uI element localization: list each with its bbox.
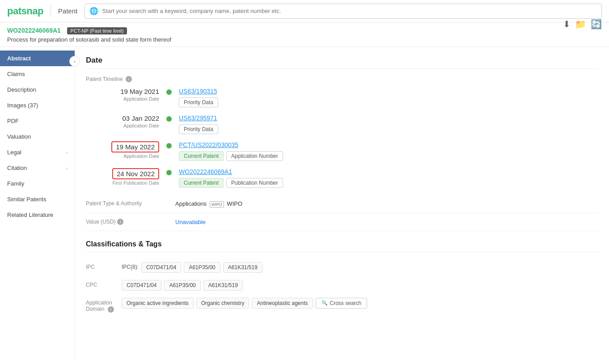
timeline-link-2[interactable]: PCT/US2022/030035: [179, 141, 598, 148]
sidebar-item-related-literature[interactable]: Related Literature: [0, 207, 75, 223]
domain-label: Application Domain i: [86, 298, 122, 313]
sidebar-chevron-icon: ›: [66, 165, 68, 171]
domain-row: Application Domain i Organic active ingr…: [86, 294, 598, 316]
domain-tag-0[interactable]: Organic active ingredients: [122, 298, 194, 309]
sidebar-item-abstract[interactable]: Abstract: [0, 51, 75, 66]
patent-type-label: Patent Type & Authority: [86, 200, 175, 207]
timeline-date-block-2: 19 May 2022Application Date: [86, 141, 166, 159]
ipc-tag-2[interactable]: A61K31/519: [223, 262, 262, 273]
cross-search-label: Cross search: [330, 300, 362, 306]
sidebar-item-label: Family: [7, 180, 24, 187]
domain-tags: Organic active ingredients Organic chemi…: [122, 298, 367, 309]
cross-search-button[interactable]: 🔍 Cross search: [316, 298, 368, 309]
classifications-section: Classifications & Tags IPC IPC(8): C07D4…: [86, 240, 598, 316]
cpc-tag-2[interactable]: A61K31/519: [203, 280, 243, 291]
patent-type-value: Applications WIPO WIPO: [175, 200, 598, 207]
classifications-title: Classifications & Tags: [86, 240, 598, 252]
sidebar-item-claims[interactable]: Claims: [0, 66, 75, 82]
patent-id[interactable]: WO2022246069A1: [7, 27, 61, 34]
timeline-sublabel-2: Application Date: [86, 153, 159, 159]
timeline-sublabel-1: Application Date: [86, 123, 159, 128]
timeline-content-1: US63/295971Priority Data: [172, 114, 598, 134]
ipc-tag-0[interactable]: C07D471/04: [141, 262, 181, 273]
timeline-tag-0-0[interactable]: Priority Data: [179, 97, 218, 107]
sidebar-item-pdf[interactable]: PDF: [0, 113, 75, 129]
sidebar-item-legal[interactable]: Legal›: [0, 144, 75, 160]
timeline-link-0[interactable]: US63/190315: [179, 88, 598, 95]
search-bar: 🌐: [85, 4, 602, 19]
sidebar-item-label: Abstract: [7, 55, 31, 62]
download-pdf-icon[interactable]: ⬇: [563, 19, 571, 30]
timeline-tags-1: Priority Data: [179, 124, 598, 134]
sidebar: ‹ AbstractClaimsDescriptionImages (37)PD…: [0, 47, 75, 362]
sidebar-item-label: PDF: [7, 118, 19, 124]
ipc-tags: IPC(8): C07D471/04 A61P35/00 A61K31/519: [122, 262, 262, 273]
domain-tag-2[interactable]: Antineoplastic agents: [252, 298, 313, 309]
timeline-row-2: 19 May 2022Application DatePCT/US2022/03…: [86, 141, 598, 161]
sidebar-item-label: Claims: [7, 71, 25, 77]
domain-tag-1[interactable]: Organic chemistry: [196, 298, 250, 309]
sidebar-item-label: Images (37): [7, 102, 38, 109]
timeline-tags-2: Current PatentApplication Number: [179, 151, 598, 161]
sidebar-item-label: Similar Patents: [7, 196, 46, 203]
patent-subtitle: Process for preparation of sotorasib and…: [7, 36, 602, 43]
timeline-info-icon[interactable]: i: [126, 76, 132, 82]
sidebar-item-images-37[interactable]: Images (37): [0, 97, 75, 113]
sidebar-chevron-icon: ›: [66, 150, 68, 155]
timeline-content-0: US63/190315Priority Data: [172, 88, 598, 107]
cpc-tags: C07D471/04 A61P35/00 A61K31/519: [122, 280, 243, 291]
sidebar-item-similar-patents[interactable]: Similar Patents: [0, 191, 75, 207]
main-content: Date Patent Timeline i 19 May 2021Applic…: [75, 47, 609, 362]
timeline-sublabel-3: First Publication Date: [86, 180, 159, 186]
sidebar-item-family[interactable]: Family: [0, 176, 75, 191]
header-patent-label: Patent: [58, 7, 77, 15]
timeline-date-block-3: 24 Nov 2022First Publication Date: [86, 168, 166, 186]
folder-icon[interactable]: 📁: [575, 19, 586, 30]
ipc-tag-1[interactable]: A61P35/00: [184, 262, 220, 273]
patent-type-row: Patent Type & Authority Applications WIP…: [86, 195, 598, 213]
ipc-row: IPC IPC(8): C07D471/04 A61P35/00 A61K31/…: [86, 258, 598, 276]
patent-title-bar: WO2022246069A1 PCT-NP (Past time limit) …: [0, 22, 609, 47]
search-input[interactable]: [102, 8, 597, 14]
timeline-date-1: 03 Jan 2022: [122, 114, 159, 122]
date-section-title: Date: [86, 56, 598, 69]
timeline-row-3: 24 Nov 2022First Publication DateWO20222…: [86, 168, 598, 188]
timeline-tag-2-1[interactable]: Application Number: [226, 151, 283, 161]
timeline-link-3[interactable]: WO2022246069A1: [179, 168, 598, 175]
timeline-date-block-1: 03 Jan 2022Application Date: [86, 114, 166, 128]
timeline-date-0: 19 May 2021: [120, 88, 159, 95]
domain-info-icon[interactable]: i: [108, 306, 114, 313]
timeline-date-2: 19 May 2022: [111, 141, 159, 152]
timeline-dot-3: [166, 170, 172, 175]
sidebar-item-citation[interactable]: Citation›: [0, 160, 75, 176]
value-info-icon[interactable]: i: [117, 219, 123, 225]
logo[interactable]: patsnap: [7, 5, 43, 17]
refresh-icon[interactable]: 🔄: [591, 19, 602, 30]
globe-icon: 🌐: [89, 7, 98, 15]
cpc-tag-1[interactable]: A61P35/00: [164, 280, 200, 291]
timeline-tag-3-1[interactable]: Publication Number: [226, 178, 283, 188]
timeline-tag-2-0[interactable]: Current Patent: [179, 151, 224, 161]
value-label: Value (USD) i: [86, 219, 175, 225]
value-value: Unavailable: [175, 219, 598, 225]
timeline-row-0: 19 May 2021Application DateUS63/190315Pr…: [86, 88, 598, 107]
cpc-label: CPC: [86, 280, 122, 288]
patent-status-badge: PCT-NP (Past time limit): [67, 27, 127, 34]
timeline-tag-3-0[interactable]: Current Patent: [179, 178, 224, 188]
cpc-tag-0[interactable]: C07D471/04: [122, 280, 161, 291]
sidebar-item-description[interactable]: Description: [0, 82, 75, 97]
sidebar-item-valuation[interactable]: Valuation: [0, 129, 75, 144]
sidebar-collapse-button[interactable]: ‹: [69, 56, 80, 67]
ipc-label: IPC: [86, 262, 122, 270]
timeline-content-2: PCT/US2022/030035Current PatentApplicati…: [172, 141, 598, 161]
timeline-row-1: 03 Jan 2022Application DateUS63/295971Pr…: [86, 114, 598, 134]
timeline-tag-1-0[interactable]: Priority Data: [179, 124, 218, 134]
timeline-tags-0: Priority Data: [179, 97, 598, 107]
timeline-dot-2: [166, 143, 172, 148]
wipo-badge: WIPO: [210, 201, 224, 207]
timeline-container: 19 May 2021Application DateUS63/190315Pr…: [86, 88, 598, 188]
sidebar-item-label: Valuation: [7, 133, 31, 140]
sidebar-nav: AbstractClaimsDescriptionImages (37)PDFV…: [0, 51, 75, 223]
timeline-link-1[interactable]: US63/295971: [179, 114, 598, 122]
timeline-sublabel-0: Application Date: [86, 96, 159, 102]
